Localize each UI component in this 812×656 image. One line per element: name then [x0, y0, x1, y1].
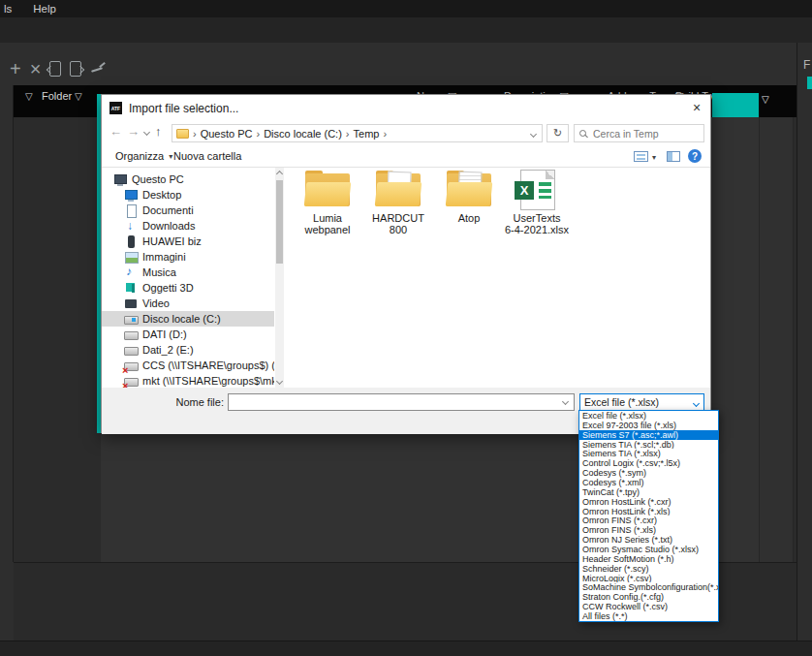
- filetype-option-omron-hostlink-cxr[interactable]: Omron HostLink (*.cxr): [579, 497, 718, 507]
- dialog-title-bar[interactable]: ATF Import file selection... ×: [102, 95, 710, 121]
- views-chevron-icon[interactable]: ▾: [652, 153, 656, 162]
- menu-item-help[interactable]: Help: [33, 3, 56, 15]
- menu-item-ls[interactable]: ls: [4, 3, 12, 15]
- folder-front: [446, 182, 493, 206]
- sidebar-item-label: Questo PC: [132, 173, 184, 185]
- combo-chevron-icon: [693, 400, 700, 407]
- edit-pencil-icon[interactable]: [90, 62, 106, 76]
- folder-shape: [376, 173, 421, 206]
- filetype-option-omron-sysmac-studio-xlsx[interactable]: Omron Sysmac Studio (*.xlsx): [579, 545, 718, 554]
- folder-shape: [447, 173, 491, 206]
- file-item-usertexts-6-4-2021-xlsx[interactable]: UserTexts6-4-2021.xlsx: [504, 170, 570, 235]
- breadcrumb-segment-disco-locale-c[interactable]: Disco locale (C:): [264, 128, 342, 140]
- import-file-icon[interactable]: [49, 61, 61, 77]
- sidebar-item-questo-pc[interactable]: Questo PC: [102, 172, 274, 187]
- column-header-folder[interactable]: Folder: [42, 90, 72, 102]
- sidebar-item-dati-2-e[interactable]: Dati_2 (E:): [102, 342, 274, 358]
- sidebar-item-desktop[interactable]: Desktop: [102, 187, 274, 203]
- filter-funnel-icon[interactable]: ▽: [25, 91, 33, 102]
- breadcrumb[interactable]: ›Questo PC›Disco locale (C:)›Temp›: [172, 124, 543, 142]
- delete-icon[interactable]: ×: [30, 59, 42, 78]
- filetype-combo[interactable]: Excel file (*.xlsx): [579, 393, 704, 411]
- music-icon: [124, 266, 138, 279]
- filetype-option-siemens-tia-scl-db[interactable]: Siemens TIA (*.scl;*.db): [579, 440, 718, 450]
- scroll-down-icon[interactable]: [276, 378, 283, 385]
- file-list: Lumia webpanelHARDCUT 800AtopUserTexts6-…: [284, 168, 710, 388]
- dialog-content: Questo PCDesktopDocumentiDownloadsHUAWEI…: [102, 168, 710, 388]
- filetype-option-excel-97-2003-file-xls[interactable]: Excel 97-2003 file (*.xls): [579, 421, 718, 430]
- filetype-option-omron-hostlink-xls[interactable]: Omron HostLink (*.xls): [579, 507, 718, 516]
- selected-header-cell[interactable]: [712, 93, 759, 117]
- filetype-option-omron-nj-series-txt[interactable]: Omron NJ Series (*.txt): [579, 535, 718, 545]
- file-item-atop[interactable]: Atop: [436, 170, 502, 224]
- filename-input[interactable]: [228, 393, 575, 411]
- breadcrumb-segment-questo-pc[interactable]: Questo PC: [201, 128, 253, 140]
- drive-icon: [124, 344, 138, 357]
- sidebar-item-oggetti-3d[interactable]: Oggetti 3D: [102, 280, 274, 296]
- filetype-option-codesys-sym[interactable]: Codesys (*.sym): [579, 468, 718, 478]
- search-input[interactable]: [591, 127, 688, 141]
- sidebar-item-label: CCS (\\ITSHARE\groups$) (M:): [142, 359, 274, 371]
- filetype-option-header-softmotion-h[interactable]: Header SoftMotion (*.h): [579, 554, 718, 564]
- scroll-up-icon[interactable]: [276, 171, 283, 177]
- scrollbar-thumb[interactable]: [276, 180, 283, 264]
- export-file-icon[interactable]: [70, 61, 81, 77]
- filter-funnel-icon[interactable]: ▽: [75, 91, 82, 102]
- search-box[interactable]: [574, 124, 704, 142]
- filetype-option-micrologix-csv[interactable]: MicroLogix (*.csv): [579, 574, 718, 583]
- sidebar-item-dati-d[interactable]: DATI (D:): [102, 327, 274, 342]
- scrollbar[interactable]: [275, 168, 284, 388]
- file-item-label: UserTexts: [504, 212, 570, 224]
- file-item-lumia-webpanel[interactable]: Lumia webpanel: [295, 170, 360, 235]
- sidebar-item-immagini[interactable]: Immagini: [102, 249, 274, 265]
- help-button[interactable]: ?: [688, 149, 702, 163]
- views-icon[interactable]: [634, 151, 648, 162]
- sidebar-item-disco-locale-c[interactable]: Disco locale (C:): [102, 311, 274, 327]
- filetype-option-siemens-s7-asc-awl[interactable]: Siemens S7 (*.asc;*.awl): [579, 430, 718, 440]
- file-item-label: Lumia webpanel: [295, 212, 360, 235]
- sidebar-item-video[interactable]: Video: [102, 296, 274, 311]
- documents-icon: [124, 204, 138, 217]
- up-icon[interactable]: ↑: [155, 124, 162, 139]
- sidebar-item-documenti[interactable]: Documenti: [102, 203, 274, 218]
- sidebar-item-label: Immagini: [142, 251, 186, 263]
- filetype-option-codesys-xml[interactable]: Codesys (*.xml): [579, 478, 718, 487]
- folder-icon: [176, 129, 189, 139]
- filetype-option-excel-file-xlsx[interactable]: Excel file (*.xlsx): [579, 411, 718, 421]
- filter-funnel-icon[interactable]: ▽: [762, 94, 769, 105]
- breadcrumb-segment-temp[interactable]: Temp: [354, 128, 380, 140]
- breadcrumb-dropdown-icon[interactable]: [530, 131, 537, 138]
- computer-icon: [113, 173, 127, 186]
- sidebar-item-musica[interactable]: Musica: [102, 265, 274, 280]
- objects-3d-icon: [124, 282, 138, 295]
- sidebar-item-huawei-biz[interactable]: HUAWEI biz: [102, 234, 274, 249]
- filetype-option-control-logix-csv-l5x[interactable]: Control Logix (*.csv;*.l5x): [579, 458, 718, 468]
- folder-empty-icon: [295, 170, 360, 210]
- filetype-option-omron-fins-cxr[interactable]: Omron FINS (*.cxr): [579, 515, 718, 525]
- sidebar-item-label: DATI (D:): [142, 328, 187, 340]
- history-chevron-icon[interactable]: [143, 129, 150, 136]
- filetype-option-straton-config-cfg[interactable]: Straton Config.(*.cfg): [579, 592, 718, 602]
- new-folder-button[interactable]: Nuova cartella: [173, 150, 241, 162]
- sidebar-item-mkt-itshare-groups-mkt-q[interactable]: mkt (\\ITSHARE\groups$\mkt) (Q:): [102, 373, 274, 388]
- filetype-option-siemens-tia-xlsx[interactable]: Siemens TIA (*.xlsx): [579, 449, 718, 458]
- grid-column-divider: [793, 117, 794, 562]
- filetype-option-all-files[interactable]: All files (*.*): [579, 611, 718, 621]
- filetype-option-twincat-tpy[interactable]: TwinCat (*.tpy): [579, 487, 718, 497]
- close-icon[interactable]: ×: [683, 95, 710, 120]
- file-item-hardcut-800[interactable]: HARDCUT 800: [365, 170, 431, 235]
- sidebar-item-ccs-itshare-groups-m[interactable]: CCS (\\ITSHARE\groups$) (M:): [102, 358, 274, 373]
- filetype-option-ccw-rockwell-csv[interactable]: CCW Rockwell (*.csv): [579, 602, 718, 611]
- filetype-option-schneider-scy[interactable]: Schneider (*.scy): [579, 564, 718, 574]
- filetype-option-omron-fins-xls[interactable]: Omron FINS (*.xls): [579, 525, 718, 535]
- phone-icon: [124, 235, 138, 248]
- breadcrumb-separator: ›: [193, 128, 197, 140]
- organize-button[interactable]: Organizza ▾: [115, 150, 172, 162]
- refresh-button[interactable]: ↻: [547, 124, 569, 142]
- filetype-option-somachine-symbolconfiguration-xml[interactable]: SoMachine Symbolconfiguration(*.xml): [579, 582, 718, 592]
- add-icon[interactable]: +: [10, 59, 21, 78]
- sidebar-item-downloads[interactable]: Downloads: [102, 218, 274, 234]
- forward-icon[interactable]: →: [127, 124, 140, 139]
- back-icon[interactable]: ←: [109, 124, 122, 139]
- preview-pane-icon[interactable]: [667, 151, 680, 162]
